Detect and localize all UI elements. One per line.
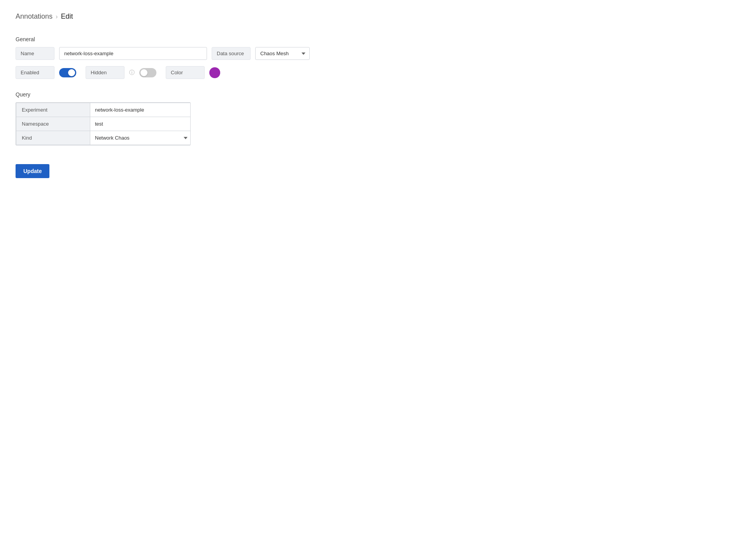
experiment-input[interactable]: [90, 103, 191, 117]
hidden-info-icon[interactable]: ⓘ: [129, 69, 135, 76]
kind-row: Kind Network Chaos PodChaos StressChaos …: [16, 131, 190, 145]
datasource-label: Data source: [212, 47, 251, 60]
kind-select[interactable]: Network Chaos PodChaos StressChaos IOCha…: [90, 131, 191, 145]
namespace-row: Namespace: [16, 117, 190, 131]
update-button[interactable]: Update: [16, 164, 49, 178]
general-section-label: General: [16, 36, 731, 42]
enabled-label: Enabled: [16, 66, 54, 79]
breadcrumb: Annotations › Edit: [16, 12, 731, 21]
kind-select-cell: Network Chaos PodChaos StressChaos IOCha…: [90, 131, 191, 145]
breadcrumb-current: Edit: [61, 12, 73, 21]
datasource-select[interactable]: Chaos Mesh: [255, 47, 310, 60]
name-input[interactable]: [59, 47, 207, 60]
breadcrumb-parent[interactable]: Annotations: [16, 12, 53, 21]
color-swatch[interactable]: [209, 67, 220, 78]
experiment-row: Experiment: [16, 103, 190, 117]
experiment-label: Experiment: [16, 103, 90, 117]
namespace-label: Namespace: [16, 117, 90, 131]
enabled-hidden-color-row: Enabled Hidden ⓘ Color: [16, 66, 731, 79]
hidden-label: Hidden: [86, 66, 124, 79]
kind-label: Kind: [16, 131, 90, 145]
enabled-toggle[interactable]: [59, 68, 76, 77]
experiment-input-cell: [90, 103, 191, 117]
namespace-input-cell: [90, 117, 191, 131]
breadcrumb-separator: ›: [56, 13, 58, 20]
name-datasource-row: Name Data source Chaos Mesh: [16, 47, 731, 60]
hidden-toggle[interactable]: [139, 68, 156, 77]
query-block: Experiment Namespace Kind Network Chaos …: [16, 102, 191, 145]
query-section: Query Experiment Namespace Kind Network …: [16, 91, 731, 145]
query-section-label: Query: [16, 91, 731, 98]
name-label: Name: [16, 47, 54, 60]
namespace-input[interactable]: [90, 117, 191, 131]
general-section: General Name Data source Chaos Mesh Enab…: [16, 36, 731, 79]
color-label: Color: [166, 66, 205, 79]
